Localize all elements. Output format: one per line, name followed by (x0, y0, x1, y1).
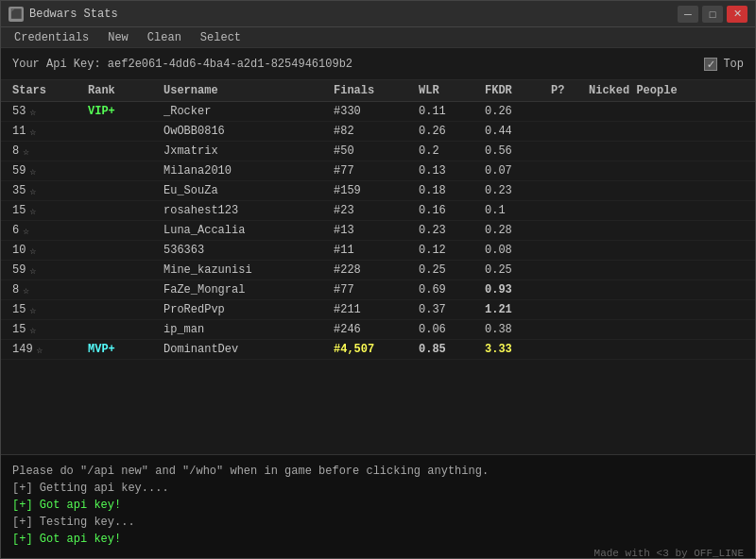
cell-nicked (589, 164, 721, 178)
cell-wlr: 0.25 (419, 263, 485, 277)
star-icon: ☆ (37, 344, 43, 356)
cell-nicked (589, 105, 721, 118)
log-line: [+] Got api key! (12, 531, 744, 548)
cell-fkdr: 1.21 (485, 303, 551, 316)
table-row[interactable]: 10 ☆536363#110.120.08 (1, 241, 755, 261)
cell-rank (88, 263, 163, 277)
top-checkbox[interactable]: ✓ (704, 58, 717, 71)
cell-fkdr: 0.07 (485, 164, 551, 178)
cell-username: Milana2010 (163, 164, 334, 178)
star-icon: ☆ (29, 165, 36, 178)
cell-username: ip_man (163, 323, 334, 336)
cell-wlr: 0.18 (419, 184, 485, 197)
star-icon: ☆ (23, 284, 29, 296)
col-header-username: Username (163, 84, 334, 97)
app-icon: ⬛ (9, 7, 24, 22)
cell-fkdr: 0.23 (485, 184, 551, 197)
log-content: Please do "/api new" and "/who" when in … (12, 463, 744, 548)
star-value: 53 (12, 105, 26, 118)
cell-rank (88, 224, 163, 237)
cell-username: _Rocker (163, 105, 334, 118)
cell-p (551, 343, 589, 356)
titlebar-left: ⬛ Bedwars Stats (9, 7, 118, 22)
menu-item-new[interactable]: New (98, 29, 138, 46)
table-row[interactable]: 11 ☆OwOBB0816#820.260.44 (1, 122, 755, 142)
cell-nicked (589, 244, 721, 257)
cell-nicked (589, 224, 721, 237)
table-row[interactable]: 149 ☆MVP+DominantDev#4,5070.853.33 (1, 340, 755, 360)
col-header-nicked-people: Nicked People (589, 84, 721, 97)
cell-p (551, 204, 589, 217)
cell-fkdr: 0.44 (485, 125, 551, 138)
cell-fkdr: 0.38 (485, 323, 551, 336)
cell-stars: 15 ☆ (12, 303, 88, 316)
table-row[interactable]: 59 ☆Mine_kazunisi#2280.250.25 (1, 261, 755, 280)
cell-finals: #4,507 (334, 343, 419, 356)
cell-username: Eu_SouZa (163, 184, 334, 197)
cell-finals: #11 (334, 244, 419, 257)
cell-rank (88, 244, 163, 257)
table-row[interactable]: 53 ☆VIP+_Rocker#3300.110.26 (1, 102, 755, 122)
menu-item-select[interactable]: Select (191, 29, 250, 46)
cell-nicked (589, 144, 721, 158)
titlebar: ⬛ Bedwars Stats ─ □ ✕ (1, 1, 755, 27)
log-area: Please do "/api new" and "/who" when in … (1, 454, 755, 558)
cell-fkdr: 0.93 (485, 283, 551, 296)
star-icon: ☆ (29, 264, 36, 277)
table-row[interactable]: 15 ☆rosahest123#230.160.1 (1, 201, 755, 221)
cell-username: Jxmatrix (163, 144, 334, 158)
cell-rank (88, 323, 163, 336)
star-value: 35 (12, 184, 26, 197)
table-row[interactable]: 15 ☆ip_man#2460.060.38 (1, 320, 755, 340)
close-button[interactable]: ✕ (727, 6, 747, 23)
cell-p (551, 303, 589, 316)
table-row[interactable]: 59 ☆Milana2010#770.130.07 (1, 161, 755, 181)
cell-finals: #13 (334, 224, 419, 237)
col-header-finals: Finals (334, 84, 419, 97)
cell-finals: #77 (334, 283, 419, 296)
menu-item-clean[interactable]: Clean (138, 29, 191, 46)
cell-stars: 59 ☆ (12, 164, 88, 178)
star-icon: ☆ (29, 106, 36, 118)
table-row[interactable]: 35 ☆Eu_SouZa#1590.180.23 (1, 181, 755, 201)
rank-badge: VIP+ (88, 105, 115, 118)
cell-rank: MVP+ (88, 343, 163, 356)
cell-wlr: 0.2 (419, 144, 485, 158)
cell-fkdr: 0.25 (485, 263, 551, 277)
cell-finals: #159 (334, 184, 419, 197)
cell-wlr: 0.13 (419, 164, 485, 178)
star-value: 149 (12, 343, 33, 356)
cell-stars: 15 ☆ (12, 323, 88, 336)
table-row[interactable]: 15 ☆ProRedPvp#2110.371.21 (1, 300, 755, 320)
cell-nicked (589, 204, 721, 217)
cell-rank (88, 164, 163, 178)
cell-finals: #50 (334, 144, 419, 158)
col-header-stars: Stars (12, 84, 88, 97)
table-row[interactable]: 8 ☆FaZe_Mongral#770.690.93 (1, 280, 755, 300)
cell-fkdr: 0.08 (485, 244, 551, 257)
cell-username: Luna_Accalia (163, 224, 334, 237)
log-line: [+] Testing key... (12, 514, 744, 531)
top-checkbox-area[interactable]: ✓ Top (704, 58, 744, 71)
cell-wlr: 0.85 (419, 343, 485, 356)
apibar: Your Api Key: aef2e061-4dd6-4ba4-a2d1-82… (1, 48, 755, 80)
apikey-display: Your Api Key: aef2e061-4dd6-4ba4-a2d1-82… (12, 57, 352, 71)
cell-wlr: 0.37 (419, 303, 485, 316)
star-icon: ☆ (23, 145, 29, 158)
maximize-button[interactable]: □ (702, 6, 723, 23)
cell-wlr: 0.11 (419, 105, 485, 118)
cell-wlr: 0.23 (419, 224, 485, 237)
cell-p (551, 224, 589, 237)
cell-nicked (589, 343, 721, 356)
cell-nicked (589, 283, 721, 296)
star-value: 59 (12, 263, 26, 277)
menu-item-credentials[interactable]: Credentials (5, 29, 98, 46)
table-row[interactable]: 6 ☆Luna_Accalia#130.230.28 (1, 221, 755, 241)
table-row[interactable]: 8 ☆Jxmatrix#500.20.56 (1, 142, 755, 161)
window-title: Bedwars Stats (29, 8, 118, 21)
top-label: Top (723, 58, 744, 71)
cell-stars: 6 ☆ (12, 224, 88, 237)
table-area: StarsRankUsernameFinalsWLRFKDRP?Nicked P… (1, 80, 755, 454)
main-window: ⬛ Bedwars Stats ─ □ ✕ CredentialsNewClea… (0, 0, 756, 559)
minimize-button[interactable]: ─ (678, 6, 698, 23)
